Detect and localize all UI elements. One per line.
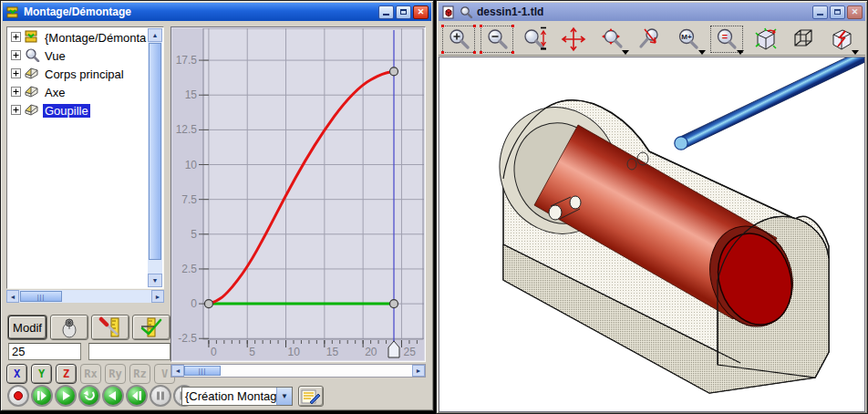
play-backward-button[interactable]: [102, 385, 124, 407]
zoom-fit-button[interactable]: [594, 25, 629, 54]
tree-item-label[interactable]: Vue: [43, 49, 67, 63]
pan-button[interactable]: [556, 25, 591, 54]
edit-script-button[interactable]: [298, 386, 324, 407]
expand-plus-icon[interactable]: [11, 31, 21, 45]
chart-canvas[interactable]: 0510152025-2.502.557.51012.51517.5: [172, 28, 424, 360]
assembly-icon: [24, 29, 40, 47]
zoom-dynamic-button[interactable]: [518, 25, 553, 54]
svg-text:15: 15: [326, 346, 339, 358]
assembly-window: Montage/Démontage ✕ {Montage/DémontaVueC…: [0, 0, 434, 411]
maximize-button[interactable]: [830, 5, 845, 19]
close-button[interactable]: ✕: [413, 5, 429, 19]
zoom-in-button[interactable]: [441, 25, 476, 54]
scrollbar-thumb[interactable]: [149, 43, 161, 260]
scrollbar-thumb[interactable]: |||: [20, 291, 62, 302]
expand-plus-icon[interactable]: [11, 104, 21, 118]
script-edit-icon: [300, 388, 322, 406]
loop-play-button[interactable]: [78, 385, 100, 407]
drawing-window: dessin1-1.tld ✕: [436, 0, 868, 414]
scroll-right-icon[interactable]: ►: [412, 365, 425, 377]
play-backward-icon: [107, 389, 119, 402]
tree-item-vue[interactable]: Vue: [8, 47, 148, 65]
axis-toggle-rx[interactable]: Rx: [80, 364, 101, 384]
animation-mode-combo[interactable]: {Création Montage ▼: [181, 387, 293, 406]
part-icon: [24, 66, 40, 83]
assembly-window-titlebar[interactable]: Montage/Démontage ✕: [3, 3, 431, 21]
svg-text:25: 25: [403, 346, 416, 358]
axis-toggle-y[interactable]: Y: [31, 364, 52, 384]
measure-tool-button[interactable]: [91, 315, 129, 340]
minimize-button[interactable]: [378, 5, 394, 19]
tree-item-goupille[interactable]: Goupille: [8, 101, 148, 119]
step-forward-icon: [36, 389, 48, 402]
expand-plus-icon[interactable]: [11, 49, 21, 63]
scroll-up-icon[interactable]: ▲: [148, 28, 162, 42]
secondary-value-input[interactable]: [88, 343, 170, 360]
step-backward-icon: [130, 389, 143, 402]
section-cube-icon: [828, 26, 855, 53]
drawing-window-titlebar[interactable]: dessin1-1.tld ✕: [439, 3, 865, 21]
step-backward-button[interactable]: [126, 385, 148, 407]
assembly-tree-panel: {Montage/DémontaVueCorps principalAxeGou…: [6, 26, 164, 289]
tree-vertical-scrollbar[interactable]: ▲ ▼: [148, 28, 162, 287]
svg-text:10: 10: [288, 346, 301, 358]
dropdown-arrow-icon[interactable]: [698, 50, 706, 55]
dropdown-arrow-icon[interactable]: [737, 50, 744, 55]
dropdown-arrow-icon[interactable]: [622, 50, 629, 55]
svg-text:5: 5: [249, 346, 255, 358]
tree-item-label[interactable]: Axe: [43, 86, 67, 99]
maximize-button[interactable]: [396, 5, 411, 19]
play-button[interactable]: [55, 385, 77, 407]
axis-toggle-z[interactable]: Z: [56, 364, 77, 384]
close-button[interactable]: ✕: [847, 5, 863, 19]
scroll-down-icon[interactable]: ▼: [148, 274, 162, 287]
scrollbar-thumb[interactable]: |||: [184, 366, 221, 376]
svg-text:5: 5: [191, 228, 197, 241]
3d-viewport[interactable]: [439, 57, 865, 412]
scroll-left-icon[interactable]: ◄: [171, 365, 184, 377]
record-button[interactable]: [7, 385, 29, 407]
svg-text:2.5: 2.5: [181, 263, 197, 275]
scroll-left-icon[interactable]: ◄: [6, 290, 19, 303]
3d-scene[interactable]: [439, 57, 864, 411]
axis-toggle-x[interactable]: X: [6, 364, 27, 384]
chevron-down-icon[interactable]: ▼: [276, 388, 292, 405]
zoom-scale-button[interactable]: =: [709, 25, 744, 54]
validate-tool-button[interactable]: [132, 315, 170, 340]
chart-horizontal-scrollbar[interactable]: ◄ ||| ►: [170, 364, 426, 378]
dropdown-arrow-icon[interactable]: [852, 50, 859, 55]
zoom-previous-button[interactable]: [633, 25, 667, 54]
minimize-button[interactable]: [812, 5, 828, 19]
value-input[interactable]: [8, 343, 81, 360]
step-forward-button[interactable]: [31, 385, 53, 407]
tree-item-corps-principal[interactable]: Corps principal: [8, 65, 148, 83]
render-wireframe-button[interactable]: [786, 25, 821, 54]
render-shaded-button[interactable]: [748, 25, 782, 54]
svg-text:10: 10: [185, 159, 198, 171]
scroll-right-icon[interactable]: ►: [151, 290, 164, 303]
tree-item-montage-d-monta[interactable]: {Montage/Démonta: [8, 28, 148, 47]
zoom-memory-button[interactable]: M+: [671, 25, 706, 54]
axis-toggle-row: XYZRxRyRzV: [6, 364, 175, 384]
expand-plus-icon[interactable]: [11, 67, 21, 81]
tree-list: {Montage/DémontaVueCorps principalAxeGou…: [8, 28, 148, 287]
tree-horizontal-scrollbar[interactable]: ◄ ||| ►: [6, 290, 164, 303]
svg-text:0: 0: [191, 297, 197, 310]
view-toolbar: M+ =: [439, 23, 865, 56]
axis-toggle-rz[interactable]: Rz: [129, 364, 150, 384]
zoom-out-button[interactable]: [480, 25, 514, 54]
tree-item-label[interactable]: Corps principal: [43, 67, 126, 81]
expand-plus-icon[interactable]: [11, 86, 21, 99]
axis-toggle-ry[interactable]: Ry: [105, 364, 126, 384]
render-section-button[interactable]: [824, 25, 859, 54]
tree-item-label[interactable]: Goupille: [43, 104, 90, 118]
drag-tool-button[interactable]: [50, 315, 88, 340]
pause-button[interactable]: [150, 385, 171, 407]
combo-value[interactable]: {Création Montage: [182, 388, 276, 405]
tree-item-axe[interactable]: Axe: [8, 83, 148, 101]
tree-item-label[interactable]: {Montage/Démonta: [43, 31, 148, 45]
window-title: Montage/Démontage: [24, 5, 375, 18]
pin-part[interactable]: [675, 57, 864, 150]
modif-button[interactable]: Modif: [8, 316, 46, 339]
motion-chart[interactable]: 0510152025-2.502.557.51012.51517.5: [170, 26, 426, 362]
